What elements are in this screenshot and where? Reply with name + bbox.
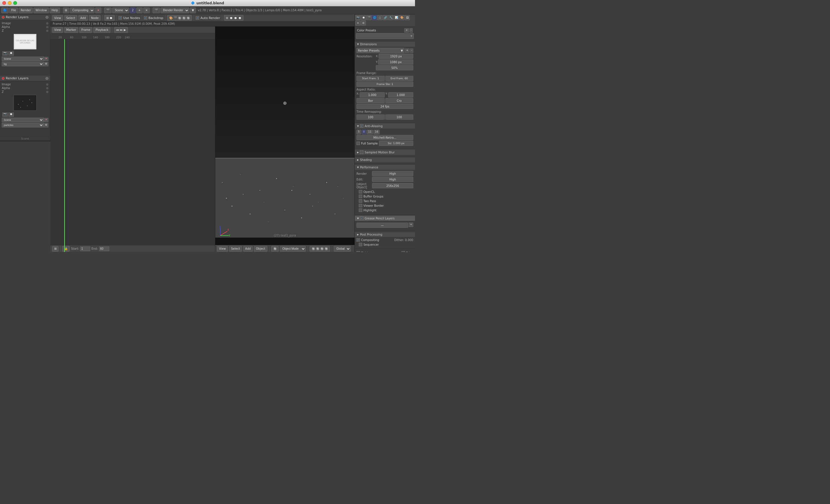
pp-header[interactable]: ▶ Post Processing [355, 232, 415, 237]
res-x-value[interactable]: 1920 px [379, 54, 413, 59]
rl-options-2[interactable] [45, 77, 49, 80]
opencl-cb[interactable] [359, 190, 362, 193]
scene-type-btn[interactable]: 🎬 [104, 7, 111, 13]
window-controls[interactable] [2, 1, 17, 5]
nt-backdrop-cb[interactable] [144, 16, 147, 20]
mb-checkbox[interactable] [360, 151, 363, 154]
buffer-groups-cb[interactable] [359, 195, 362, 198]
rp-physics-icon[interactable]: ⚙ [361, 21, 366, 26]
v3d-object-btn[interactable]: Object [254, 246, 267, 252]
scene-select[interactable]: Scene [112, 7, 129, 13]
rl-options-1[interactable] [45, 16, 49, 19]
rp-scene-icon[interactable]: 🎬 [366, 15, 372, 20]
rl-preset-btn-2[interactable]: ⚙ [44, 123, 49, 127]
rp-data-icon[interactable]: 📊 [394, 15, 399, 20]
aa-16-btn[interactable]: 16 [374, 130, 380, 134]
tl-view-btn[interactable]: View [52, 27, 63, 33]
v3d-extra-icons[interactable]: 🔘 🔘 🔘 🔘 [310, 246, 330, 252]
nt-node-btn[interactable]: Node [89, 15, 101, 21]
aa-size-value[interactable]: Siz: 1.000 px [379, 141, 413, 146]
highlight-cb[interactable] [359, 209, 362, 212]
window-menu[interactable]: Window [33, 7, 49, 13]
v3d-view-btn[interactable]: View [217, 246, 228, 252]
aa-8-btn[interactable]: 8 [362, 130, 366, 134]
help-menu[interactable]: Help [50, 7, 60, 13]
render-options-btn[interactable]: ▼ [190, 7, 196, 13]
cp-add-btn[interactable]: + [404, 28, 409, 33]
render-menu[interactable]: Render [19, 7, 33, 13]
rl-render-btn-1[interactable]: 🔲 [8, 51, 14, 56]
perf-render-value[interactable]: High [372, 171, 413, 176]
viewer-border-cb[interactable] [359, 204, 362, 207]
v3d-mode-icon[interactable]: 🔘 [271, 246, 279, 252]
start-frame-value[interactable]: Start Fram: 1 [356, 76, 385, 81]
v3d-global-select[interactable]: Global [334, 246, 351, 252]
minimize-button[interactable] [8, 1, 11, 5]
render-icon-btn[interactable]: 🎬 [153, 7, 160, 13]
aa-full-sample-cb[interactable] [356, 141, 360, 145]
frame-rate-value[interactable]: 24 fps [356, 104, 413, 109]
scene-num[interactable]: 2 [130, 7, 135, 13]
cp-remove-btn[interactable]: - [410, 28, 413, 33]
frame-step-value[interactable]: Frame Ste: 1 [356, 82, 413, 87]
res-y-value[interactable]: 1080 px [378, 59, 413, 65]
edge-cb[interactable] [402, 251, 405, 252]
shading-header[interactable]: ▶ Shading [355, 157, 415, 162]
rp-object-icon[interactable]: ◻ [377, 15, 382, 20]
aspect-x-value[interactable]: 1.000 [360, 92, 385, 97]
timeline-playhead[interactable] [64, 39, 65, 252]
nt-mode-icons[interactable]: ⊞🔲 [104, 15, 115, 21]
border-btn[interactable]: Bor [356, 98, 385, 103]
rp-material-icon[interactable]: 🎨 [399, 15, 404, 20]
rl-preset-btn-1[interactable]: ⚙ [44, 62, 49, 66]
nt-use-nodes-cb[interactable] [119, 16, 122, 20]
view3d-content[interactable]: ⊕ X Y Z (27) test1_pyra [215, 27, 354, 245]
rl-cam-btn-1[interactable]: 📷 [2, 51, 8, 56]
perf-chunks-value[interactable]: 256x256 [372, 183, 413, 188]
rl-x-btn-2[interactable]: ✕ [44, 118, 49, 122]
nt-icons-row[interactable]: 🎨 🎬 🔘 🔘 🔘 [167, 15, 192, 21]
rl-preset-select-1[interactable]: bg [2, 62, 44, 66]
rp-particle-icon[interactable]: ✦ [355, 21, 360, 26]
dimensions-header[interactable]: ▼ Dimensions [355, 42, 415, 47]
tl-frame-btn[interactable]: Frame [79, 27, 92, 33]
maximize-button[interactable] [13, 1, 17, 5]
rp-modifier-icon[interactable]: 🔧 [388, 15, 393, 20]
nt-add-btn[interactable]: Add [78, 15, 88, 21]
aa-5-btn[interactable]: 5 [356, 130, 361, 134]
sequencer-cb[interactable] [359, 243, 362, 246]
rl-preset-select-2[interactable]: particles [2, 123, 44, 127]
mb-header[interactable]: ▶ Sampled Motion Blur [355, 150, 415, 155]
tl-marker-btn[interactable]: Marker [64, 27, 78, 33]
v3d-mode-select[interactable]: Object Mode [280, 246, 306, 252]
rp-cam-icon[interactable]: 📷 [355, 15, 360, 20]
tl-start-input[interactable] [80, 247, 90, 251]
color-preset-box[interactable]: ▼ [356, 33, 414, 39]
editor-type-btn[interactable]: ⊞ [63, 7, 69, 13]
aspect-y-value[interactable]: 1.000 [388, 92, 413, 97]
gp-item[interactable]: — [356, 223, 408, 228]
aa-checkbox[interactable] [360, 124, 363, 128]
timeline-content[interactable] [51, 39, 215, 252]
nt-view-btn[interactable]: View [52, 15, 63, 21]
rp-add-btn[interactable]: + [405, 49, 410, 53]
rp-render-icon[interactable]: 🔲 [361, 15, 366, 20]
render-presets-box[interactable]: Render Presets ▼ [356, 48, 404, 53]
time-remap-old[interactable]: 100 [356, 115, 385, 120]
fields-cb[interactable] [356, 251, 360, 252]
close-button[interactable] [2, 1, 6, 5]
nt-auto-render-cb[interactable] [196, 16, 199, 20]
two-pass-cb[interactable] [359, 199, 362, 203]
v3d-add-btn[interactable]: Add [243, 246, 253, 252]
time-remap-new[interactable]: 100 [385, 115, 414, 120]
rl-scene-select-2[interactable]: Scene [2, 118, 44, 122]
gp-header[interactable]: ▼ Grease Pencil Layers [355, 216, 415, 221]
tl-end-input[interactable] [99, 247, 109, 251]
editor-type-select[interactable]: Compositing [70, 7, 95, 13]
gp-add-btn[interactable]: + [409, 223, 413, 227]
rl-x-btn-1[interactable]: ✕ [44, 57, 49, 61]
tl-play-icons[interactable]: ⏮ ⏭ ▶ [114, 27, 128, 33]
rp-world-icon[interactable]: 🌐 [372, 15, 377, 20]
perf-header[interactable]: ▼ Performance [355, 165, 415, 170]
close-scene-btn[interactable]: ✕ [143, 7, 150, 13]
